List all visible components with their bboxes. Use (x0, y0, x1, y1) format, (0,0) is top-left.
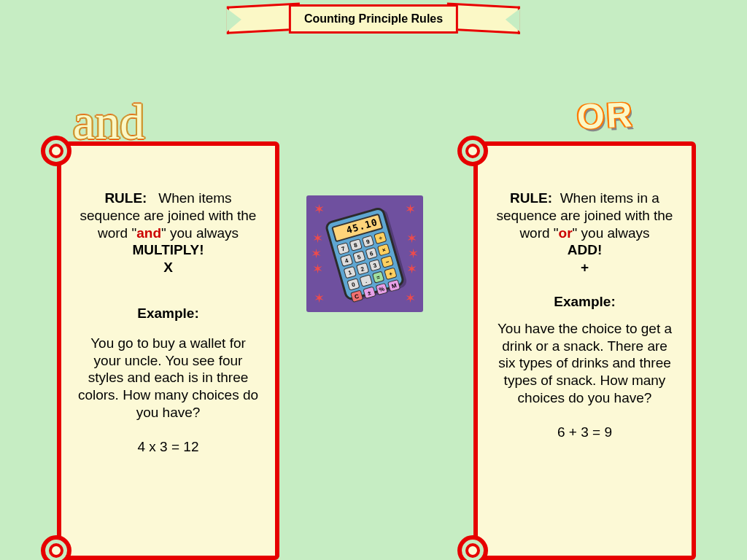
calculator-key: C (350, 290, 363, 303)
scroll-curl-icon (457, 136, 488, 166)
calculator-clipart: ✶ ✶ ✶ ✶ ✶ ✶ ✶ ✶ ✶ ✶ 45.10 789÷456×123−0.… (306, 195, 423, 312)
example-body-or: You have the choice to get a drink or a … (492, 320, 677, 407)
heading-or: OR (576, 101, 635, 131)
calculator-key: 9 (361, 235, 374, 248)
calculator-key: M (387, 279, 400, 292)
rule-scroll-and: RULE: When items sequence are joined wit… (57, 141, 279, 560)
calculator-key: 1 (344, 266, 357, 279)
calculator-key: 4 (340, 254, 353, 267)
calculator-key: ÷ (374, 231, 387, 244)
scroll-curl-icon (457, 535, 488, 560)
calculator-keys: 789÷456×123−0.=+C±%M (336, 231, 400, 303)
calculator-key: 7 (336, 242, 349, 255)
rule-text-or: RULE: When items in a sequence are joine… (492, 190, 677, 276)
calculator-icon: 45.10 789÷456×123−0.=+C±%M (324, 206, 406, 302)
calculator-key: 2 (356, 262, 369, 276)
heading-and: and (73, 102, 144, 141)
rule-scroll-or: RULE: When items in a sequence are joine… (473, 141, 696, 560)
example-label: Example: (76, 306, 260, 322)
rule-text-and: RULE: When items sequence are joined wit… (76, 190, 260, 276)
page-title: Counting Principle Rules (289, 4, 458, 34)
calculator-key: . (359, 274, 372, 287)
title-banner: Counting Principle Rules (216, 4, 531, 34)
scroll-curl-icon (41, 535, 71, 560)
calculator-key: 5 (352, 251, 365, 264)
calculator-key: 8 (349, 238, 362, 252)
calculator-key: + (384, 268, 397, 281)
calculator-key: ± (363, 287, 376, 300)
calculator-key: 3 (368, 259, 382, 272)
calculator-key: − (381, 255, 394, 268)
example-label: Example: (492, 294, 677, 310)
calculator-key: 6 (365, 247, 378, 260)
calculator-key: 0 (347, 278, 360, 291)
calculator-key: × (377, 244, 390, 257)
example-body-and: You go to buy a wallet for your uncle. Y… (76, 335, 260, 421)
calculator-key: = (371, 271, 384, 284)
scroll-curl-icon (41, 136, 71, 166)
computation-or: 6 + 3 = 9 (492, 424, 677, 440)
calculator-key: % (375, 283, 388, 296)
computation-and: 4 x 3 = 12 (76, 439, 260, 455)
